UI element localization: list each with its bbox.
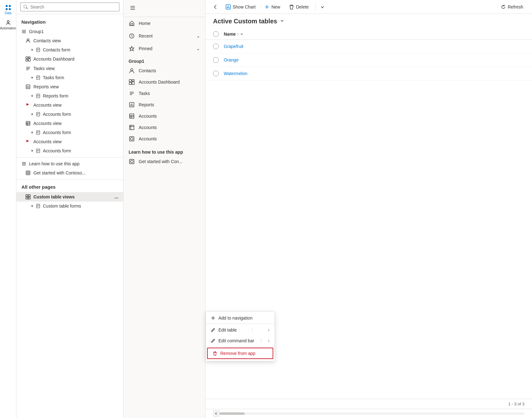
flyout-accounts3[interactable]: Accounts — [124, 133, 205, 144]
svg-rect-57 — [131, 24, 133, 26]
icon-rail-automation-label: Automation — [0, 26, 16, 30]
nav-item-accounts-view3[interactable]: Accounts view — [16, 137, 123, 146]
nav-group1-label: Group1 — [29, 29, 44, 34]
svg-rect-39 — [37, 149, 40, 153]
context-menu-edit-table[interactable]: Edit table | › — [206, 325, 275, 335]
row-checkbox-3[interactable] — [213, 71, 219, 76]
new-button[interactable]: New — [261, 3, 284, 11]
flyout-accounts2-label: Accounts — [139, 125, 157, 130]
refresh-button[interactable]: Refresh — [497, 3, 527, 11]
row-link-orange[interactable]: Orange — [224, 57, 239, 62]
row-checkbox-2[interactable] — [213, 57, 219, 63]
flyout-accounts2[interactable]: Accounts — [124, 122, 205, 133]
svg-rect-50 — [28, 197, 30, 199]
svg-rect-14 — [26, 59, 28, 61]
context-menu-add-to-nav[interactable]: Add to navigation — [206, 313, 275, 323]
plus-icon2 — [264, 4, 269, 9]
table-row[interactable]: Grapefruit — [205, 40, 532, 53]
sort-asc-icon: ↑ — [237, 32, 239, 36]
nav-item-reports-form[interactable]: Reports form — [16, 91, 123, 100]
svg-point-59 — [131, 69, 133, 71]
row-link-watermelon[interactable]: Watermelon — [224, 71, 247, 76]
nav-item-get-started[interactable]: Get started with Contoso... — [16, 168, 123, 178]
nav-item-tasks-view[interactable]: Tasks view — [16, 64, 123, 73]
arrow-icon2: › — [268, 338, 269, 343]
reports-icon — [25, 84, 31, 90]
svg-rect-15 — [28, 59, 30, 61]
flyout-tasks[interactable]: Tasks — [124, 88, 205, 99]
nav-learn-label: Learn how to use this app — [29, 161, 79, 166]
nav-item-accounts-view1[interactable]: Accounts view — [16, 100, 123, 110]
scroll-left-arrow[interactable] — [213, 410, 219, 417]
flyout-get-started[interactable]: Get started with Con... — [124, 156, 205, 167]
search-input[interactable] — [30, 4, 116, 9]
arrow-sub-icon3 — [30, 113, 33, 116]
nav-item-reports-form-label: Reports form — [43, 93, 68, 98]
nav-sidebar: Navigation Group1 Contacts view Con — [16, 0, 124, 418]
nav-item-contacts-view[interactable]: Contacts view — [16, 36, 123, 45]
nav-item-accounts-view2[interactable]: Accounts view — [16, 119, 123, 128]
header-checkbox[interactable] — [213, 31, 219, 37]
svg-rect-36 — [37, 131, 40, 134]
flyout-learn-label: Learn how to use this app — [124, 144, 205, 156]
col-header-name[interactable]: Name ↑ — [224, 32, 243, 37]
flyout-accounts-dashboard[interactable]: Accounts Dashboard — [124, 76, 205, 88]
show-chart-button[interactable]: Show Chart — [222, 3, 259, 11]
svg-rect-32 — [26, 121, 30, 125]
svg-rect-9 — [37, 48, 40, 52]
svg-rect-48 — [28, 195, 30, 197]
table-row[interactable]: Orange — [205, 53, 532, 67]
nav-item-reports-view[interactable]: Reports view — [16, 82, 123, 91]
scroll-thumb[interactable] — [219, 412, 245, 415]
list-icon — [21, 29, 26, 34]
context-add-nav-label: Add to navigation — [218, 315, 252, 321]
form-icon7 — [36, 204, 40, 208]
table-row[interactable]: Watermelon — [205, 67, 532, 80]
svg-rect-2 — [6, 8, 8, 10]
context-menu-remove-from-app[interactable]: Remove from app — [207, 348, 273, 359]
context-divider-v1: | — [252, 327, 253, 333]
icon-rail-data[interactable]: Data — [1, 3, 15, 16]
back-button[interactable] — [211, 2, 221, 12]
nav-item-accounts-form3[interactable]: Accounts form — [16, 146, 123, 155]
flyout-contacts[interactable]: Contacts — [124, 65, 205, 76]
row-link-grapefruit[interactable]: Grapefruit — [224, 44, 243, 49]
form-icon — [36, 48, 40, 52]
flyout-reports[interactable]: Reports — [124, 99, 205, 110]
list-icon2 — [21, 161, 26, 166]
flyout-tasks-icon — [129, 90, 135, 97]
toolbar-dropdown-button[interactable] — [318, 2, 327, 12]
flyout-pinned[interactable]: Pinned ⌄ — [124, 42, 205, 55]
flyout-accounts1[interactable]: Accounts — [124, 110, 205, 122]
icon-rail-automation[interactable]: Automation — [1, 18, 15, 32]
search-box[interactable] — [20, 3, 119, 11]
svg-rect-45 — [26, 171, 30, 175]
svg-point-4 — [7, 21, 9, 22]
nav-item-accounts-dashboard[interactable]: Accounts Dashboard — [16, 54, 123, 64]
svg-rect-61 — [132, 79, 134, 81]
nav-item-custom-table-views[interactable]: Custom table views ... — [16, 192, 123, 202]
nav-item-accounts-form1[interactable]: Accounts form — [16, 110, 123, 119]
flyout-overlay: Home Recent ⌄ Pinned ⌄ Group1 — [124, 0, 532, 418]
learn-icon — [25, 170, 31, 176]
title-chevron-icon[interactable] — [280, 18, 285, 24]
context-menu-edit-command-bar[interactable]: Edit command bar | › — [206, 335, 275, 346]
nav-other-pages: All other pages — [16, 182, 123, 192]
nav-item-contacts-form[interactable]: Contacts form — [16, 45, 123, 54]
flyout-recent[interactable]: Recent ⌄ — [124, 30, 205, 42]
chevron-icon2: ⌄ — [196, 46, 200, 51]
nav-item-accounts-form3-label: Accounts form — [43, 148, 71, 153]
form-icon4 — [36, 112, 40, 116]
nav-group1[interactable]: Group1 — [16, 27, 123, 36]
toolbar-divider — [315, 3, 315, 11]
nav-item-accounts-form2[interactable]: Accounts form — [16, 128, 123, 137]
row-checkbox-1[interactable] — [213, 44, 219, 49]
delete-button[interactable]: Delete — [285, 3, 312, 11]
sort-chevron-icon — [240, 32, 243, 36]
nav-item-dots[interactable]: ... — [114, 194, 118, 199]
nav-item-custom-table-forms[interactable]: Custom table forms — [16, 202, 123, 210]
nav-item-contacts-form-label: Contacts form — [43, 47, 70, 52]
nav-item-tasks-form[interactable]: Tasks form — [16, 73, 123, 82]
hamburger-button[interactable] — [129, 4, 137, 13]
flyout-home[interactable]: Home — [124, 17, 205, 30]
